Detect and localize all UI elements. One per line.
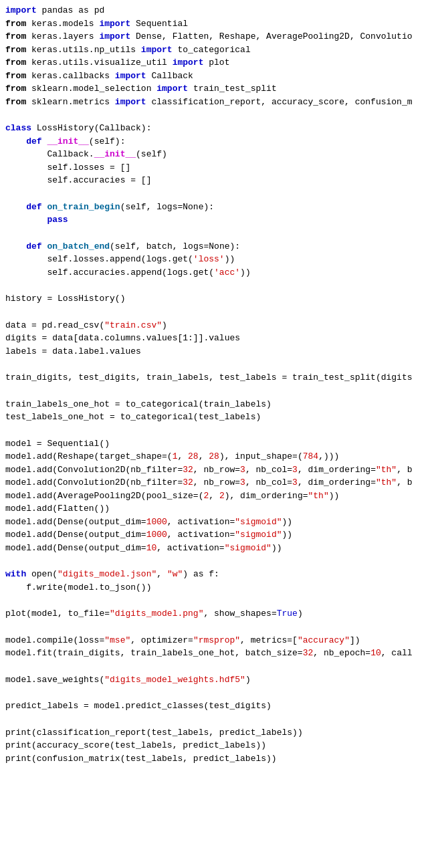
code-line-33 [0, 424, 436, 437]
keyword-import: import [99, 19, 130, 29]
code-line-49: model.compile(loss="mse", optimizer="rms… [0, 634, 436, 647]
code-line-14: self.accuracies = [] [0, 174, 436, 187]
code-line-36: model.add(Convolution2D(nb_filter=32, nb… [0, 463, 436, 477]
special-method-init2: __init__ [94, 149, 136, 159]
number-32a: 32 [183, 465, 193, 475]
code-line-5: from keras.utils.visualize_util import p… [0, 56, 436, 70]
number-784: 784 [303, 451, 318, 461]
method-on-batch-end: on_batch_end [47, 241, 110, 251]
code-line-35: model.add(Reshape(target_shape=(1, 28, 2… [0, 450, 436, 463]
number-3b: 3 [292, 465, 298, 475]
code-line-4: from keras.utils.np_utils import to_cate… [0, 43, 436, 57]
code-line-38: model.add(AveragePooling2D(pool_size=(2,… [0, 490, 436, 503]
code-line-13: self.losses = [] [0, 161, 436, 175]
keyword-def: def [26, 241, 41, 251]
keyword-from: from [5, 19, 26, 29]
code-line-21: self.accuracies.append(logs.get('acc')) [0, 266, 436, 280]
builtin-print-c: print [5, 754, 31, 764]
code-line-27: labels = data.label.values [0, 345, 436, 358]
code-line-46 [0, 594, 436, 607]
code-line-19: def on_batch_end(self, batch, logs=None)… [0, 240, 436, 253]
code-line-9 [0, 108, 436, 122]
number-3d: 3 [292, 477, 298, 487]
string-digits-json: "digits_model.json" [58, 569, 156, 579]
code-line-8: from sklearn.metrics import classificati… [0, 96, 436, 109]
code-line-24 [0, 306, 436, 319]
keyword-import: import [115, 71, 146, 81]
code-line-20: self.losses.append(logs.get('loss')) [0, 253, 436, 266]
code-line-12: Callback.__init__(self) [0, 148, 436, 161]
code-line-50: model.fit(train_digits, train_labels_one… [0, 647, 436, 660]
number-3c: 3 [240, 477, 245, 487]
keyword-def: def [26, 136, 41, 146]
string-hdf5: "digits_model_weights.hdf5" [104, 675, 245, 685]
keyword-import: import [156, 84, 188, 94]
keyword-pass: pass [47, 215, 68, 225]
code-line-55 [0, 713, 436, 726]
code-line-29: train_digits, test_digits, train_labels,… [0, 371, 436, 385]
code-line-40: model.add(Dense(output_dim=1000, activat… [0, 516, 436, 529]
code-line-44: with open("digits_model.json", "w") as f… [0, 568, 436, 581]
number-1000b: 1000 [146, 530, 167, 540]
code-line-39: model.add(Flatten()) [0, 502, 436, 516]
number-32c: 32 [303, 648, 314, 658]
builtin-print-a: print [5, 728, 31, 738]
string-digits-png: "digits_model.png" [110, 609, 203, 619]
code-line-58: print(confusion_matrix(test_labels, pred… [0, 752, 436, 766]
keyword-from: from [5, 45, 26, 55]
string-train-csv: "train.csv" [104, 320, 162, 330]
code-line-56: print(classification_report(test_labels,… [0, 726, 436, 740]
code-line-25: data = pd.read_csv("train.csv") [0, 319, 436, 332]
string-th-a: "th" [376, 465, 397, 475]
code-line-3: from keras.layers import Dense, Flatten,… [0, 30, 436, 43]
code-line-31: train_labels_one_hot = to_categorical(tr… [0, 398, 436, 411]
keyword-from: from [5, 97, 26, 107]
keyword-from: from [5, 84, 26, 94]
code-line-30 [0, 385, 436, 398]
code-line-2: from keras.models import Sequential [0, 17, 436, 31]
string-loss: 'loss' [193, 254, 225, 264]
method-on-train-begin: on_train_begin [47, 202, 120, 212]
code-line-22 [0, 279, 436, 292]
keyword-import: import [173, 58, 204, 68]
code-line-16: def on_train_begin(self, logs=None): [0, 201, 436, 214]
code-line-18 [0, 227, 436, 240]
keyword-import: import [141, 45, 173, 55]
code-line-37: model.add(Convolution2D(nb_filter=32, nb… [0, 476, 436, 490]
keyword-true: True [277, 609, 298, 619]
code-line-51 [0, 660, 436, 673]
keyword-as2: as [193, 569, 204, 579]
code-line-6: from keras.callbacks import Callback [0, 70, 436, 83]
string-acc: 'acc' [214, 267, 240, 278]
code-editor: import pandas as pd from keras.models im… [0, 0, 436, 868]
keyword-from: from [5, 58, 26, 68]
code-line-48 [0, 621, 436, 634]
code-line-32: test_labels_one_hot = to_categorical(tes… [0, 411, 436, 424]
code-line-57: print(accuracy_score(test_labels, predic… [0, 739, 436, 752]
number-1000a: 1000 [146, 517, 167, 527]
builtin-print-b: print [5, 740, 31, 750]
special-method-init: __init__ [47, 136, 88, 146]
code-line-43 [0, 554, 436, 568]
number-10b: 10 [370, 648, 381, 658]
string-mse: "mse" [104, 635, 130, 645]
number-28a: 28 [188, 451, 199, 461]
code-line-47: plot(model, to_file="digits_model.png", … [0, 607, 436, 621]
number-32b: 32 [183, 477, 193, 487]
keyword-from: from [5, 31, 26, 41]
code-line-54: predict_labels = model.predict_classes(t… [0, 699, 436, 713]
code-line-15 [0, 187, 436, 201]
number-1: 1 [173, 451, 178, 461]
string-sigmoid-b: "sigmoid" [235, 530, 282, 540]
keyword-import: import [115, 97, 146, 107]
number-10: 10 [146, 543, 157, 553]
code-line-52: model.save_weights("digits_model_weights… [0, 673, 436, 687]
code-line-42: model.add(Dense(output_dim=10, activatio… [0, 542, 436, 555]
code-line-17: pass [0, 213, 436, 227]
keyword-as: as [78, 5, 89, 15]
string-w: "w" [167, 569, 183, 579]
number-2b: 2 [219, 491, 225, 501]
string-sigmoid-a: "sigmoid" [235, 517, 282, 527]
code-line-28 [0, 358, 436, 371]
number-28b: 28 [209, 451, 219, 461]
